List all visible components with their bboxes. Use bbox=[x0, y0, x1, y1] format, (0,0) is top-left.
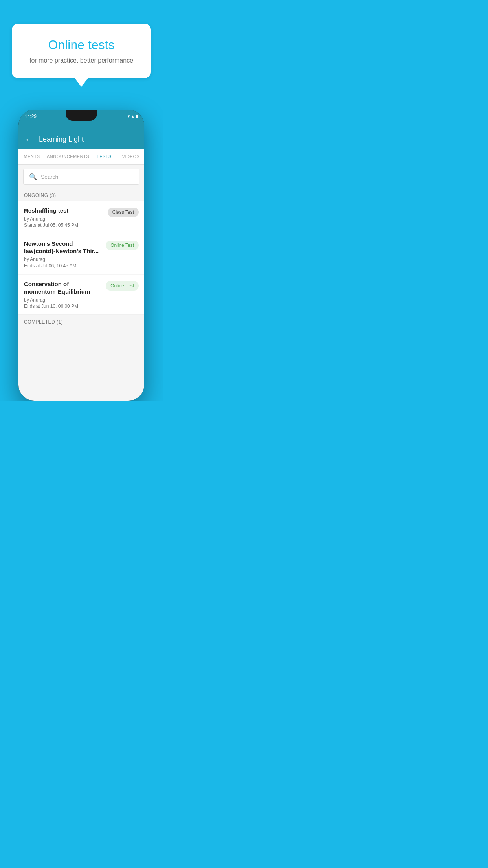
test-author-3: by Anurag bbox=[24, 297, 102, 303]
test-badge-1: Class Test bbox=[108, 208, 139, 217]
back-button[interactable]: ← bbox=[25, 135, 33, 144]
bubble-title: Online tests bbox=[28, 38, 135, 52]
tab-videos[interactable]: VIDEOS bbox=[117, 149, 144, 164]
test-author-2: by Anurag bbox=[24, 257, 102, 262]
phone-content: 🔍 Search ONGOING (3) Reshuffling test by… bbox=[18, 165, 144, 401]
phone-container: 14:29 ▾ ▴ ▮ ← Learning Light MENTS ANNOU… bbox=[0, 94, 163, 401]
speech-bubble: Online tests for more practice, better p… bbox=[12, 24, 151, 78]
test-card-2[interactable]: Newton's Second law(contd)-Newton's Thir… bbox=[18, 234, 144, 274]
test-info-3: Conservation of momentum-Equilibrium by … bbox=[24, 280, 106, 309]
test-name-3: Conservation of momentum-Equilibrium bbox=[24, 280, 102, 296]
test-info-2: Newton's Second law(contd)-Newton's Thir… bbox=[24, 240, 106, 268]
notch bbox=[66, 110, 97, 121]
bubble-subtitle: for more practice, better performance bbox=[28, 57, 135, 64]
test-info-1: Reshuffling test by Anurag Starts at Jul… bbox=[24, 207, 108, 228]
search-bar[interactable]: 🔍 Search bbox=[23, 169, 139, 185]
hero-section: Online tests for more practice, better p… bbox=[0, 0, 163, 94]
wifi-icon: ▾ bbox=[128, 114, 130, 119]
ongoing-section-header: ONGOING (3) bbox=[18, 189, 144, 201]
test-card-1[interactable]: Reshuffling test by Anurag Starts at Jul… bbox=[18, 201, 144, 234]
test-name-2: Newton's Second law(contd)-Newton's Thir… bbox=[24, 240, 102, 255]
test-time-2: Ends at Jul 06, 10:45 AM bbox=[24, 263, 102, 268]
tab-ments[interactable]: MENTS bbox=[18, 149, 45, 164]
tab-announcements[interactable]: ANNOUNCEMENTS bbox=[45, 149, 91, 164]
tabs-container: MENTS ANNOUNCEMENTS TESTS VIDEOS bbox=[18, 149, 144, 165]
test-badge-2: Online Test bbox=[106, 241, 139, 250]
app-title: Learning Light bbox=[39, 135, 84, 143]
status-bar: 14:29 ▾ ▴ ▮ bbox=[18, 110, 144, 130]
test-card-3[interactable]: Conservation of momentum-Equilibrium by … bbox=[18, 275, 144, 315]
tab-tests[interactable]: TESTS bbox=[91, 149, 117, 164]
app-header: ← Learning Light bbox=[18, 130, 144, 149]
search-container: 🔍 Search bbox=[18, 165, 144, 189]
search-icon: 🔍 bbox=[29, 173, 37, 180]
completed-section-header: COMPLETED (1) bbox=[18, 315, 144, 328]
test-badge-3: Online Test bbox=[106, 281, 139, 291]
test-time-1: Starts at Jul 05, 05:45 PM bbox=[24, 223, 104, 228]
status-time: 14:29 bbox=[25, 114, 37, 119]
test-name-1: Reshuffling test bbox=[24, 207, 104, 215]
phone-frame: 14:29 ▾ ▴ ▮ ← Learning Light MENTS ANNOU… bbox=[18, 110, 144, 401]
search-input[interactable]: Search bbox=[41, 174, 58, 180]
battery-icon: ▮ bbox=[136, 114, 138, 119]
status-icons: ▾ ▴ ▮ bbox=[128, 114, 138, 119]
test-author-1: by Anurag bbox=[24, 216, 104, 222]
signal-icon: ▴ bbox=[132, 114, 134, 119]
test-time-3: Ends at Jun 10, 06:00 PM bbox=[24, 303, 102, 309]
